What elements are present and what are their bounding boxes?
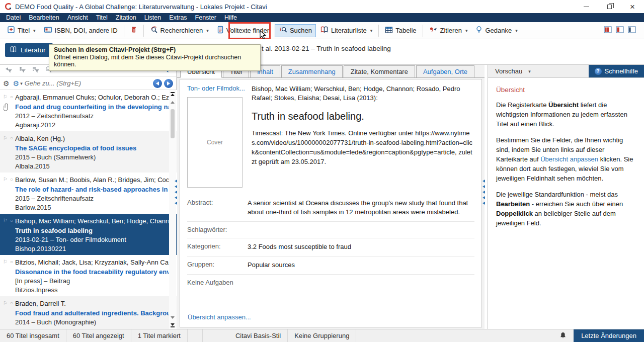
tab-aufgaben-orte[interactable]: Aufgaben, Orte	[416, 65, 474, 77]
menu-datei[interactable]: Datei	[2, 13, 25, 22]
reference-source[interactable]: Timescast: The New York Times. Online ve…	[252, 128, 474, 166]
vorschau-dropdown[interactable]: Vorschau ▾	[495, 67, 531, 75]
field-row-schlagwoerter[interactable]: Schlagwörter:	[187, 222, 474, 238]
funnel-person-icon[interactable]	[19, 66, 26, 75]
suchen-button[interactable]: Suchen	[275, 24, 316, 37]
document-type-link[interactable]: Ton- oder Filmdok...	[187, 84, 244, 92]
zitieren-label: Zitieren	[440, 27, 462, 34]
cover-placeholder[interactable]: Cover	[187, 97, 243, 188]
menu-zitation[interactable]: Zitation	[112, 13, 140, 22]
list-item[interactable]: ⚐ ○ Braden, Darrell T. Food fraud and ad…	[0, 296, 177, 329]
item-authors: Agbaraji, Emmanuel Chuks; Ochulor, Debor…	[15, 94, 169, 101]
citation-authors[interactable]: Bishop, Mac William; Werschkul, Ben; Hod…	[252, 84, 474, 103]
item-title: Food fraud and adulterated ingredients. …	[15, 309, 169, 317]
item-title: The SAGE encyclopedia of food issues	[15, 144, 169, 152]
add-title-button[interactable]: Titel▾	[3, 24, 40, 37]
scroll-to-top-button[interactable]	[169, 90, 176, 98]
tabelle-button[interactable]: Tabelle	[381, 24, 420, 37]
menu-titel[interactable]: Titel	[92, 13, 112, 22]
scrollbar-thumb[interactable]	[171, 109, 175, 138]
goto-options-button[interactable]: ⚙▾	[13, 80, 23, 87]
isbn-doi-button[interactable]: ISBN, DOI, andere ID	[40, 24, 122, 37]
literaturliste-button[interactable]: Literaturliste▾	[316, 24, 376, 37]
list-scrollbar[interactable]	[169, 90, 176, 329]
customize-overview-link[interactable]: Übersicht anpassen...	[188, 313, 251, 321]
literaturliste-label: Literaturliste	[331, 27, 367, 34]
isbn-doi-label: ISBN, DOI, andere ID	[55, 27, 118, 34]
menu-bearbeiten[interactable]: Bearbeiten	[25, 13, 63, 22]
preview-help-panel: Vorschau ▾ ? Schnellhilfe Übersicht Die …	[488, 65, 644, 329]
flag-icons: ⚐ ○	[3, 300, 14, 306]
item-title: Dissonance in the food traceability regu…	[15, 268, 169, 276]
scroll-up-button[interactable]	[169, 98, 176, 106]
trash-button[interactable]	[126, 24, 141, 37]
menu-extras[interactable]: Extras	[165, 13, 191, 22]
suchen-label: Suchen	[290, 27, 312, 34]
detail-panel: Übersicht Titel Inhalt Zusammenhang Zita…	[177, 65, 485, 329]
goto-input[interactable]	[25, 79, 149, 87]
goto-forward-button[interactable]	[164, 79, 173, 88]
layout-two-pane-icon[interactable]	[616, 26, 624, 35]
field-row-aufgaben[interactable]: Keine Aufgaben	[187, 275, 474, 291]
flag-icons: ⚐ ○	[3, 218, 14, 223]
uebersicht-anpassen-link[interactable]: Übersicht anpassen	[540, 155, 598, 163]
tab-zusammenhang[interactable]: Zusammenhang	[281, 65, 343, 77]
settings-gear-icon[interactable]: ⚙	[3, 80, 10, 87]
scroll-down-button[interactable]	[169, 313, 176, 321]
layout-three-pane-icon[interactable]	[604, 26, 612, 35]
last-changes-button[interactable]: Letzte Änderungen	[574, 329, 644, 342]
list-item[interactable]: ⚐ ○ Albala, Ken (Hg.) The SAGE encyclope…	[0, 131, 177, 173]
funnel-back-icon[interactable]	[5, 66, 13, 75]
schnellhilfe-button[interactable]: ? Schnellhilfe	[589, 65, 644, 77]
cover-label: Cover	[207, 139, 223, 146]
list-item[interactable]: ⚐ ○ Agbaraji, Emmanuel Chuks; Ochulor, D…	[0, 90, 177, 131]
minimize-button[interactable]	[575, 0, 598, 13]
item-meta: 2015 – Zeitschriftenaufsatz	[15, 195, 169, 202]
reference-title[interactable]: Truth in seafood labeling.	[252, 111, 474, 122]
field-row-abstract[interactable]: Abstract: A senior scientist at Oceana d…	[187, 195, 474, 222]
book-list-icon	[320, 26, 329, 35]
nav-literatur-button[interactable]: Literatur	[5, 43, 53, 57]
list-item[interactable]: ⚐ ○ Barlow, Susan M.; Boobis, Alan R.; B…	[0, 173, 177, 214]
menu-hilfe[interactable]: Hilfe	[220, 13, 241, 22]
item-meta: 2014 – Buch (Monographie)	[15, 318, 169, 326]
close-button[interactable]: ×	[621, 0, 644, 13]
menu-ansicht[interactable]: Ansicht	[63, 13, 92, 22]
field-row-gruppen[interactable]: Gruppen: Popular sources	[187, 256, 474, 275]
status-flex-spacer	[356, 329, 552, 342]
list-item[interactable]: ⚐ ○ Bitzios, Michail; Jack, Lisa; Krzyza…	[0, 255, 177, 296]
sync-gear-icon: ⚙	[13, 80, 20, 87]
menu-listen[interactable]: Listen	[140, 13, 165, 22]
funnel-list-icon[interactable]	[32, 66, 40, 75]
collapse-left-panel-handle[interactable]	[175, 180, 177, 205]
item-citekey: Barlow.2015	[15, 204, 169, 211]
bar-icon	[171, 326, 175, 327]
recherchieren-label: Recherchieren	[160, 27, 203, 34]
tab-zitate-kommentare[interactable]: Zitate, Kommentare	[344, 65, 415, 77]
status-citation-style[interactable]: Citavi Basis-Stil	[229, 329, 288, 342]
recherchieren-button[interactable]: Recherchieren▾	[146, 24, 213, 37]
trash-icon	[130, 26, 137, 35]
field-row-kategorien[interactable]: Kategorien: 3.2 Foods most susceptible t…	[187, 238, 474, 256]
item-meta: 2013-02-21 – Ton- oder Filmdokument	[15, 236, 169, 243]
status-grouping[interactable]: Keine Gruppierung	[288, 329, 356, 342]
notifications-button[interactable]	[552, 329, 574, 342]
item-authors: Braden, Darrell T.	[15, 300, 169, 307]
restore-button[interactable]	[598, 0, 621, 13]
volltexte-button[interactable]: Volltexte finden	[213, 24, 275, 37]
zitieren-button[interactable]: Zitieren▾	[425, 24, 472, 37]
status-shown-titles: 60 Titel angezeigt	[66, 329, 131, 342]
close-icon: ×	[630, 3, 635, 11]
goto-back-button[interactable]	[153, 79, 162, 88]
scroll-to-bottom-button[interactable]	[169, 321, 176, 329]
gedanke-button[interactable]: Gedanke▾	[471, 24, 521, 37]
list-item-selected[interactable]: ⚐ ○ Bishop, Mac William; Werschkul, Ben;…	[0, 214, 177, 255]
add-title-label: Titel	[18, 27, 30, 34]
arrow-right-icon	[167, 81, 170, 86]
layout-one-pane-icon[interactable]	[628, 26, 636, 35]
menu-fenster[interactable]: Fenster	[191, 13, 220, 22]
flag-icons: ⚐ ○	[3, 135, 14, 141]
status-empty-segment	[188, 329, 203, 342]
toolbar-separator	[378, 25, 379, 37]
collapse-right-panel-handle[interactable]	[482, 180, 485, 205]
